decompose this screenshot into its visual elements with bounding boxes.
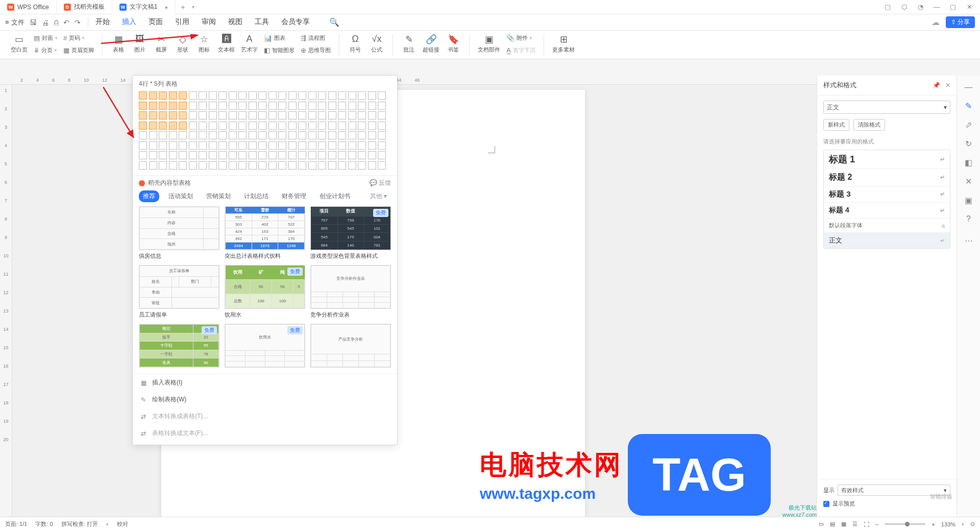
grid-cell[interactable] <box>139 102 147 110</box>
view-web-icon[interactable]: ▦ <box>841 521 846 527</box>
grid-cell[interactable] <box>249 91 257 100</box>
template-item[interactable]: 免费项目数值7977981768955451015451750048841407… <box>310 206 391 260</box>
grid-cell[interactable] <box>209 151 217 159</box>
clear-format-button[interactable]: 清除格式 <box>853 119 885 131</box>
grid-cell[interactable] <box>249 151 257 159</box>
grid-cell[interactable] <box>368 141 376 150</box>
save-icon[interactable]: 🖫 <box>30 18 37 27</box>
new-style-button[interactable]: 新样式 <box>823 119 849 131</box>
grid-cell[interactable] <box>229 151 237 159</box>
style-heading-4[interactable]: 标题 4↵ <box>824 203 950 219</box>
status-page[interactable]: 页面: 1/1 <box>5 520 27 528</box>
grid-cell[interactable] <box>199 141 207 150</box>
grid-cell[interactable] <box>278 102 286 110</box>
grid-cell[interactable] <box>159 131 167 139</box>
grid-cell[interactable] <box>358 122 366 130</box>
screenshot-button[interactable]: ✂截屏 <box>152 33 171 55</box>
view-read-icon[interactable]: ▤ <box>830 521 835 527</box>
grid-cell[interactable] <box>189 91 197 100</box>
grid-cell[interactable] <box>209 122 217 130</box>
symbol-button[interactable]: Ω符号 <box>346 33 365 55</box>
attachment-button[interactable]: 📎附件▾ <box>504 33 537 44</box>
grid-cell[interactable] <box>249 141 257 150</box>
grid-cell[interactable] <box>179 102 187 110</box>
grid-cell[interactable] <box>298 102 306 110</box>
grid-cell[interactable] <box>328 141 336 150</box>
grid-cell[interactable] <box>218 131 227 139</box>
grid-cell[interactable] <box>179 122 187 130</box>
grid-cell[interactable] <box>179 91 187 100</box>
grid-cell[interactable] <box>278 122 286 130</box>
print-icon[interactable]: 🖨 <box>42 18 49 27</box>
grid-cell[interactable] <box>348 151 356 159</box>
grid-cell[interactable] <box>169 151 177 159</box>
grid-cell[interactable] <box>189 122 197 130</box>
grid-cell[interactable] <box>159 111 167 119</box>
grid-cell[interactable] <box>358 91 366 100</box>
current-style-select[interactable]: 正文▾ <box>823 101 950 114</box>
grid-cell[interactable] <box>209 111 217 119</box>
grid-cell[interactable] <box>139 111 147 119</box>
grid-cell[interactable] <box>338 161 346 170</box>
grid-cell[interactable] <box>378 122 386 130</box>
picture-button[interactable]: 🖼图片 <box>130 33 150 55</box>
tab-more[interactable]: 其他 ▾ <box>366 190 391 202</box>
grid-cell[interactable] <box>209 161 217 170</box>
tab-add-button[interactable]: + <box>176 3 190 11</box>
textbox-button[interactable]: 🅰文本框 <box>216 33 237 55</box>
grid-cell[interactable] <box>378 141 386 150</box>
grid-cell[interactable] <box>209 91 217 100</box>
grid-cell[interactable] <box>249 111 257 119</box>
grid-cell[interactable] <box>149 141 157 150</box>
tab-templates[interactable]: D 找稻壳模板 <box>57 0 112 14</box>
grid-cell[interactable] <box>209 141 217 150</box>
grid-cell[interactable] <box>159 91 167 100</box>
cloud-icon[interactable]: ☁ <box>932 17 940 27</box>
grid-cell[interactable] <box>348 102 356 110</box>
fullscreen-icon[interactable]: ⛶ <box>864 521 869 527</box>
header-footer-button[interactable]: ▦页眉页脚 <box>61 45 96 56</box>
grid-cell[interactable] <box>348 122 356 130</box>
rail-help-icon[interactable]: ? <box>966 214 971 224</box>
grid-cell[interactable] <box>288 131 297 139</box>
grid-cell[interactable] <box>258 141 266 150</box>
rail-tool-icon[interactable]: ✕ <box>965 177 972 186</box>
grid-cell[interactable] <box>139 131 147 139</box>
grid-cell[interactable] <box>338 141 346 150</box>
grid-cell[interactable] <box>348 161 356 170</box>
grid-cell[interactable] <box>328 102 336 110</box>
menu-tab-tools[interactable]: 工具 <box>255 17 269 27</box>
grid-cell[interactable] <box>288 161 297 170</box>
grid-cell[interactable] <box>159 161 167 170</box>
print-preview-icon[interactable]: ⎙ <box>54 18 58 27</box>
grid-cell[interactable] <box>169 111 177 119</box>
grid-cell[interactable] <box>268 111 277 119</box>
grid-cell[interactable] <box>189 141 197 150</box>
formula-button[interactable]: √x公式 <box>367 33 386 55</box>
grid-cell[interactable] <box>378 131 386 139</box>
grid-cell[interactable] <box>179 151 187 159</box>
grid-cell[interactable] <box>268 151 277 159</box>
grid-cell[interactable] <box>348 141 356 150</box>
grid-cell[interactable] <box>318 161 326 170</box>
page-break-button[interactable]: ⤋分页▾ <box>32 45 59 56</box>
rail-more-icon[interactable]: ⋯ <box>965 236 973 246</box>
grid-cell[interactable] <box>268 102 277 110</box>
view-outline-icon[interactable]: ☰ <box>852 521 857 527</box>
tab-dropdown-icon[interactable]: ▾ <box>192 4 194 10</box>
grid-cell[interactable] <box>149 161 157 170</box>
template-item[interactable]: 产品竞争分析 <box>310 324 391 370</box>
smart-layout-label[interactable]: 智能排版 <box>930 493 952 500</box>
grid-cell[interactable] <box>179 131 187 139</box>
grid-cell[interactable] <box>249 131 257 139</box>
grid-cell[interactable] <box>278 111 286 119</box>
blank-page-button[interactable]: ▭ 空白页 <box>8 33 30 55</box>
grid-cell[interactable] <box>378 161 386 170</box>
grid-cell[interactable] <box>358 161 366 170</box>
tab-close-icon[interactable]: ● <box>164 4 168 10</box>
grid-cell[interactable] <box>328 111 336 119</box>
grid-cell[interactable] <box>199 91 207 100</box>
grid-cell[interactable] <box>229 122 237 130</box>
grid-cell[interactable] <box>218 151 227 159</box>
grid-cell[interactable] <box>288 91 297 100</box>
